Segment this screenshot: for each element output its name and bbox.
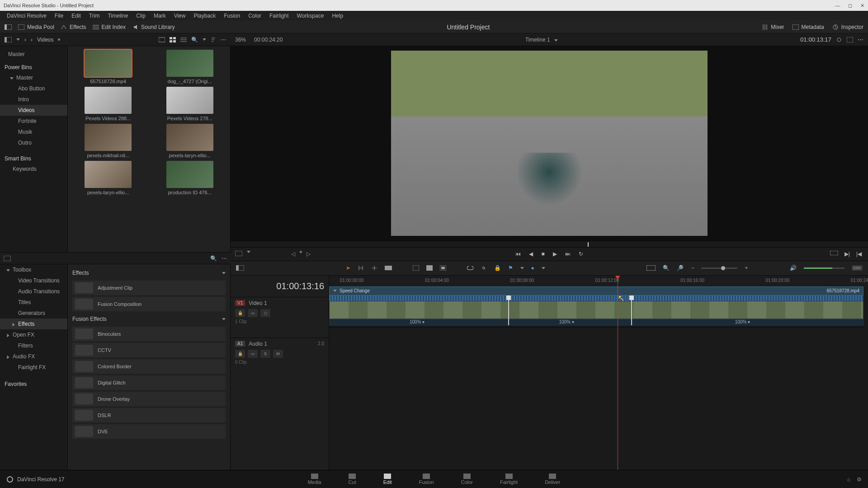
view-list-icon[interactable] [180,37,187,42]
fx-titles[interactable]: Titles [0,297,67,308]
audio-track-badge[interactable]: A1 [235,341,245,347]
menu-fusion[interactable]: Fusion [220,13,244,19]
page-tab-color[interactable]: Color [461,474,473,485]
menu-playback[interactable]: Playback [189,13,220,19]
nav-back-button[interactable]: ‹ [24,37,26,43]
media-clip[interactable]: pexels-taryn-ellio... [153,124,227,158]
minimize-button[interactable]: — [835,3,840,9]
program-viewer[interactable] [231,46,868,241]
flag-dropdown[interactable] [520,267,524,269]
search-dropdown-icon[interactable] [203,38,206,41]
effects-button[interactable]: Effects [61,24,86,30]
loop-button[interactable]: ↻ [579,251,583,257]
close-button[interactable]: ✕ [860,3,864,9]
fx-item[interactable]: Fusion Composition [72,297,226,311]
sound-library-button[interactable]: Sound Library [132,24,175,30]
mixer-button[interactable]: Mixer [762,24,784,30]
marker-button[interactable]: ● [531,265,534,271]
fx-group-effects[interactable]: Effects [72,267,226,279]
menu-edit[interactable]: Edit [67,13,85,19]
viewer-scrub-bar[interactable] [231,241,868,247]
timeline-name[interactable]: Timeline 1 [525,37,550,43]
speed-segment-label[interactable]: 100% ▾ [559,319,574,324]
blade-tool[interactable] [385,266,392,270]
mute-button[interactable]: 🔊 [790,265,797,271]
page-tab-cut[interactable]: Cut [349,474,356,485]
flag-button[interactable]: ⚑ [508,265,513,271]
speed-readout-bar[interactable]: 100% ▾100% ▾100% ▾ [329,319,863,325]
in-out-icon[interactable] [830,251,838,257]
trim-tool[interactable] [358,265,364,271]
fx-generators[interactable]: Generators [0,308,67,319]
bin-videos[interactable]: Videos [0,105,67,116]
fx-fairlightfx[interactable]: Fairlight FX [0,362,67,373]
fx-item[interactable]: DSLR [72,408,226,422]
smart-bin-keywords[interactable]: Keywords [0,164,67,174]
menu-clip[interactable]: Clip [132,13,150,19]
viewer-zoom[interactable]: 36% [235,37,246,43]
speed-segment-label[interactable]: 100% ▾ [735,319,750,324]
linked-selection-toggle[interactable] [481,265,487,271]
bin-intro[interactable]: Intro [0,94,67,105]
media-clip[interactable]: dog_-_4727 (Origi... [153,50,227,84]
search-icon[interactable]: 🔍 [191,37,198,43]
view-thumb-icon[interactable] [170,37,176,42]
speed-point-handle[interactable] [631,296,632,325]
fx-item[interactable]: Binoculars [72,327,226,341]
volume-slider[interactable] [804,267,844,269]
menu-color[interactable]: Color [244,13,265,19]
marker-dropdown[interactable] [542,267,545,269]
breadcrumb[interactable]: Videos [37,37,53,43]
zoom-out-button[interactable]: − [691,265,694,271]
step-fwd-button[interactable]: ⏭ [565,251,571,257]
power-bin-master[interactable]: Master [0,72,67,83]
scrub-playhead-icon[interactable] [588,242,589,247]
nav-fwd-button[interactable]: › [31,37,33,43]
menu-fairlight[interactable]: Fairlight [265,13,293,19]
power-bins-header[interactable]: Power Bins [0,62,67,72]
project-settings-button[interactable]: ⚙ [857,476,862,483]
timeline-view-options[interactable] [236,265,244,271]
track-auto-select[interactable]: ▭ [248,309,258,317]
fx-item[interactable]: Adjustment Clip [72,281,226,295]
timeline-ruler[interactable]: 01:00:00:0001:00:04:0001:00:08:0001:00:1… [329,276,868,286]
step-back-button[interactable]: ◀ [529,251,533,257]
bypass-icon[interactable] [836,37,842,42]
video-track-badge[interactable]: V1 [235,300,245,306]
stop-button[interactable]: ■ [541,251,544,257]
zoom-in-button[interactable]: + [745,265,748,271]
track-lock-toggle[interactable]: 🔒 [235,309,245,317]
audio-solo-toggle[interactable]: S [260,350,270,358]
bin-fortnite[interactable]: Fortnite [0,116,67,127]
audio-lock-toggle[interactable]: 🔒 [235,350,245,358]
page-tab-fairlight[interactable]: Fairlight [500,474,518,485]
insert-clip-button[interactable] [413,265,419,271]
menu-davinci[interactable]: DaVinci Resolve [3,13,51,19]
fx-filters[interactable]: Filters [0,340,67,351]
fx-audiofx[interactable]: Audio FX [0,351,67,362]
fx-item[interactable]: Drone Overlay [72,392,226,406]
view-metadata-icon[interactable] [159,37,165,42]
page-tab-fusion[interactable]: Fusion [419,474,434,485]
playhead[interactable] [618,276,618,470]
custom-zoom-button[interactable]: 🔎 [677,265,684,271]
fx-layout-icon[interactable] [4,256,11,261]
page-tab-media[interactable]: Media [308,474,321,485]
position-lock-toggle[interactable]: 🔒 [494,265,501,271]
viewer-mode-dropdown[interactable] [247,251,250,253]
zoom-to-fit-button[interactable] [646,265,656,271]
dim-toggle[interactable]: DIM [852,265,863,271]
inspector-button[interactable]: Inspector [832,24,863,30]
toggle-sidebar-button[interactable] [5,24,12,30]
media-clip[interactable]: pexels-mikhail-nil... [71,124,145,158]
sort-icon[interactable] [211,37,216,42]
viewer-options-icon[interactable]: ⋯ [858,36,863,43]
snapping-toggle[interactable] [467,265,473,271]
media-clip[interactable]: 657518728.mp4 [71,50,145,84]
metadata-button[interactable]: Metadata [793,24,824,30]
layout-dropdown-icon[interactable] [16,38,20,41]
bin-musik[interactable]: Musik [0,127,67,137]
fx-item[interactable]: Digital Glitch [72,375,226,390]
audio-track-lane[interactable] [329,327,863,362]
go-start-button[interactable]: ⏮ [515,251,521,257]
